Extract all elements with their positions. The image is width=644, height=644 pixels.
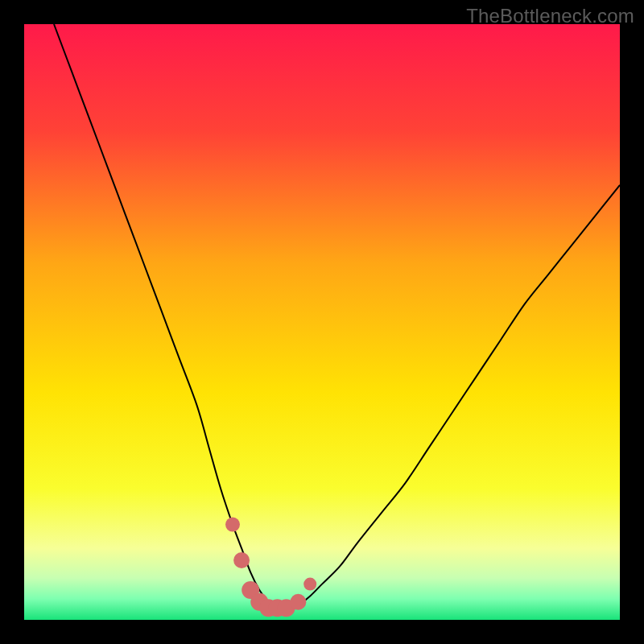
chart-frame: TheBottleneck.com	[0, 0, 644, 644]
marker-dot	[225, 518, 240, 532]
curve-layer	[24, 24, 620, 620]
marker-dot	[303, 578, 316, 591]
marker-dot	[290, 594, 306, 610]
marker-dot	[233, 552, 250, 568]
optimal-range-markers	[225, 518, 316, 617]
watermark-text: TheBottleneck.com	[466, 5, 634, 27]
plot-area	[24, 24, 620, 620]
bottleneck-curve	[54, 24, 620, 609]
